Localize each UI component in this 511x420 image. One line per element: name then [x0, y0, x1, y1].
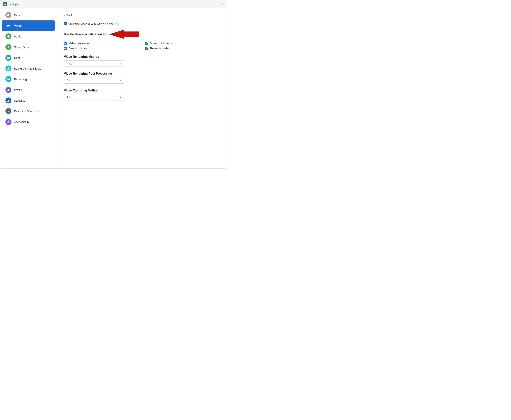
sidebar-item-share-screen[interactable]: Share Screen [2, 42, 55, 52]
close-button[interactable]: ✕ [220, 2, 224, 6]
statistics-icon [5, 98, 11, 104]
red-arrow-icon [109, 30, 139, 39]
sending-video-label: Sending video [69, 47, 87, 50]
svg-rect-15 [8, 111, 9, 111]
optimize-label: Optimize video quality with de-noise [69, 22, 114, 25]
svg-rect-11 [8, 100, 9, 102]
video-processing-label: Video processing [69, 42, 90, 45]
svg-rect-12 [9, 99, 9, 102]
rendering-method-section: Video Rendering Method Auto Direct3D11 D… [64, 55, 219, 67]
capturing-method-select[interactable]: Auto DirectShow Windows Desktop Duplicat… [64, 94, 124, 100]
virtual-background-label: Virtual background [150, 42, 173, 45]
profile-icon [5, 87, 11, 93]
sidebar-item-recording[interactable]: Recording [2, 74, 55, 84]
hardware-title-row: Use hardware acceleration for [64, 30, 219, 39]
svg-rect-3 [7, 25, 9, 27]
sidebar-label-audio: Audio [14, 35, 21, 38]
optimize-checkbox[interactable] [64, 22, 67, 25]
sending-video-row: Sending video [64, 47, 138, 50]
optimize-row: Optimize video quality with de-noise ? [64, 22, 219, 25]
sidebar-item-background-effects[interactable]: Background & Effects [2, 63, 55, 74]
rendering-method-label: Video Rendering Method [64, 55, 219, 59]
receiving-video-label: Receiving video [150, 47, 170, 50]
svg-rect-17 [8, 111, 9, 112]
hardware-title: Use hardware acceleration for [64, 33, 107, 36]
sidebar-item-chat[interactable]: Chat [2, 52, 55, 63]
background-effects-icon [5, 65, 11, 71]
capturing-method-label: Video Capturing Method [64, 89, 219, 92]
hardware-section: Use hardware acceleration for Video proc… [64, 30, 219, 50]
rendering-post-select[interactable]: Auto None Low Medium High [64, 77, 124, 83]
svg-marker-19 [109, 30, 139, 39]
capturing-method-section: Video Capturing Method Auto DirectShow W… [64, 89, 219, 100]
video-processing-checkbox[interactable] [64, 42, 67, 45]
app-icon [3, 2, 7, 6]
rendering-method-select[interactable]: Auto Direct3D11 Direct3D9 OpenGL [64, 60, 124, 67]
titlebar: Settings ✕ [0, 0, 227, 8]
sidebar-item-audio[interactable]: Audio [2, 31, 55, 42]
svg-rect-10 [7, 101, 8, 102]
content-area: GeneralVideoAudioShare ScreenChatBackgro… [0, 8, 227, 168]
share-screen-icon [5, 44, 11, 50]
sidebar-item-profile[interactable]: Profile [2, 84, 55, 95]
sidebar-label-share-screen: Share Screen [14, 45, 31, 49]
settings-window: Settings ✕ GeneralVideoAudioShare Screen… [0, 0, 227, 169]
sidebar-label-keyboard-shortcuts: Keyboard Shortcuts [14, 110, 39, 113]
sidebar-item-statistics[interactable]: Statistics [2, 95, 55, 106]
svg-rect-14 [8, 111, 8, 111]
info-icon[interactable]: ? [115, 22, 119, 25]
video-processing-row: Video processing [64, 42, 138, 45]
back-link[interactable]: < Back [64, 14, 219, 17]
sidebar-label-general: General [14, 14, 24, 17]
sending-video-checkbox[interactable] [64, 47, 67, 50]
svg-marker-4 [9, 25, 10, 27]
keyboard-shortcuts-icon [5, 108, 11, 114]
sidebar-label-video: Video [14, 24, 22, 27]
audio-icon [5, 33, 11, 39]
sidebar-label-accessibility: Accessibility [14, 120, 30, 123]
general-icon [5, 12, 11, 18]
rendering-post-label: Video Rendering Post Processing [64, 72, 219, 75]
window-title: Settings [8, 3, 18, 6]
titlebar-left: Settings [3, 2, 18, 6]
svg-point-8 [8, 79, 9, 80]
sidebar-label-statistics: Statistics [14, 99, 25, 102]
svg-rect-13 [7, 110, 10, 112]
chat-icon [5, 55, 11, 61]
svg-point-9 [8, 89, 9, 90]
rendering-post-section: Video Rendering Post Processing Auto Non… [64, 72, 219, 83]
sidebar-item-keyboard-shortcuts[interactable]: Keyboard Shortcuts [2, 106, 55, 116]
main-content: < Back Optimize video quality with de-no… [56, 8, 227, 168]
receiving-video-checkbox[interactable] [145, 47, 148, 50]
receiving-video-row: Receiving video [145, 47, 219, 50]
recording-icon [5, 76, 11, 82]
sidebar-item-video[interactable]: Video [2, 20, 55, 31]
svg-rect-16 [9, 111, 9, 111]
sidebar-label-background-effects: Background & Effects [14, 67, 41, 70]
sidebar-label-recording: Recording [14, 78, 27, 81]
virtual-background-row: Virtual background [145, 42, 219, 45]
sidebar-label-profile: Profile [14, 88, 22, 91]
sidebar-label-chat: Chat [14, 56, 20, 60]
svg-point-6 [8, 67, 9, 68]
accessibility-icon [5, 119, 11, 125]
sidebar-item-general[interactable]: General [2, 10, 55, 20]
checkboxes-grid: Video processing Virtual background Send… [64, 42, 219, 50]
svg-point-18 [8, 120, 9, 121]
virtual-background-checkbox[interactable] [145, 42, 148, 45]
sidebar: GeneralVideoAudioShare ScreenChatBackgro… [0, 8, 56, 168]
sidebar-item-accessibility[interactable]: Accessibility [2, 117, 55, 127]
video-icon [5, 23, 11, 29]
